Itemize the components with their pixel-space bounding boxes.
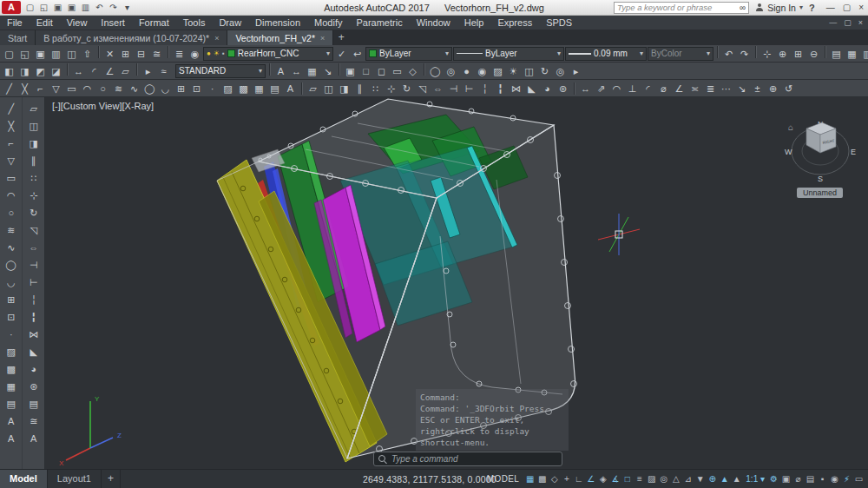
search-icon[interactable] xyxy=(378,455,387,464)
menu-spds[interactable]: SPDS xyxy=(539,16,579,30)
cut-icon[interactable]: ✕ xyxy=(102,46,117,61)
revision-cloud-icon[interactable]: ≋ xyxy=(3,221,18,238)
layer-properties-icon[interactable]: ≣ xyxy=(172,46,187,61)
break-at-point-icon[interactable]: ╎ xyxy=(26,290,41,307)
polygon-icon[interactable]: ▽ xyxy=(3,151,18,168)
object-snap-tracking-icon[interactable]: ∡ xyxy=(609,472,621,486)
materials-icon[interactable]: ▨ xyxy=(490,63,505,78)
layer-previous-icon[interactable]: ↩ xyxy=(350,46,365,61)
multileader-icon[interactable]: ↘ xyxy=(734,81,749,96)
visual-style-hidden-icon[interactable]: ◎ xyxy=(444,63,458,78)
dynamic-ucs-icon[interactable]: ⊿ xyxy=(682,472,694,486)
hatch-icon[interactable]: ▨ xyxy=(220,81,235,96)
steering-wheel-icon[interactable]: ◎ xyxy=(553,63,568,78)
chamfer-icon[interactable]: ◣ xyxy=(524,81,539,96)
extend-icon[interactable]: ⊢ xyxy=(462,81,477,96)
array-icon[interactable]: ∷ xyxy=(368,81,383,96)
radius-dimension-icon[interactable]: ◜ xyxy=(641,81,655,96)
insert-block-icon[interactable]: ⊞ xyxy=(3,290,18,307)
join-icon[interactable]: ⋈ xyxy=(26,325,41,342)
properties-icon[interactable]: ▤ xyxy=(26,394,41,412)
erase-icon[interactable]: ▱ xyxy=(306,81,320,96)
polyline-icon[interactable]: ⌐ xyxy=(3,134,18,151)
zoom-realtime-icon[interactable]: ⊕ xyxy=(775,46,790,61)
linear-dimension-icon[interactable]: ↔ xyxy=(578,81,593,96)
plot-icon[interactable]: ▥ xyxy=(49,46,63,61)
multiline-text-icon[interactable]: A xyxy=(283,81,298,96)
lineweight-icon[interactable]: ≡ xyxy=(634,472,645,486)
save-icon[interactable]: ▣ xyxy=(33,46,48,61)
redo-icon[interactable]: ↷ xyxy=(737,46,752,61)
trim-icon[interactable]: ⊣ xyxy=(26,255,41,273)
polar-tracking-icon[interactable]: ∠ xyxy=(585,472,596,486)
undo-icon[interactable]: ↶ xyxy=(721,46,736,61)
dimension-update-icon[interactable]: ↺ xyxy=(781,81,796,96)
text-icon[interactable]: A xyxy=(3,429,18,446)
aligned-dimension-icon[interactable]: ⇗ xyxy=(594,81,608,96)
trim-icon[interactable]: ⊣ xyxy=(446,81,461,96)
help-button[interactable]: ? xyxy=(809,3,815,13)
circle-icon[interactable]: ○ xyxy=(3,203,18,221)
object-snap-icon[interactable]: □ xyxy=(621,472,633,486)
layer-states-icon[interactable]: ◉ xyxy=(187,46,202,61)
mdi-minimize-button[interactable]: — xyxy=(829,18,837,27)
stretch-icon[interactable]: ⇔ xyxy=(26,238,41,255)
graphics-performance-icon[interactable]: ⚡ xyxy=(841,472,852,486)
pan-icon[interactable]: ⊹ xyxy=(760,46,774,61)
viewcube-ucs-label[interactable]: Unnamed xyxy=(797,188,843,198)
menu-help[interactable]: Help xyxy=(457,16,491,30)
quick-dimension-icon[interactable]: ≍ xyxy=(687,81,702,96)
point-icon[interactable]: · xyxy=(205,81,220,96)
close-tab-icon[interactable]: × xyxy=(320,34,325,43)
annotation-monitor-icon[interactable]: ▣ xyxy=(780,472,792,486)
qat-menu-icon[interactable]: ▾ xyxy=(121,1,134,14)
quick-properties-icon[interactable]: ▤ xyxy=(805,472,816,486)
copy-icon[interactable]: ◫ xyxy=(26,116,41,134)
ellipse-arc-icon[interactable]: ◡ xyxy=(158,81,173,96)
infer-constraints-icon[interactable]: ◇ xyxy=(549,472,560,486)
snap-mode-icon[interactable]: ▩ xyxy=(536,472,548,486)
qat-new-icon[interactable]: ▢ xyxy=(23,1,36,14)
maximize-button[interactable]: ▢ xyxy=(843,3,851,12)
break-at-point-icon[interactable]: ╎ xyxy=(477,81,492,96)
viewcube[interactable]: ⌂ N E S W RIGHT xyxy=(785,120,856,183)
extend-icon[interactable]: ⊢ xyxy=(26,273,41,290)
line-icon[interactable]: ╱ xyxy=(2,81,16,96)
measure-area-icon[interactable]: ▱ xyxy=(118,63,133,78)
clean-screen-icon[interactable]: ▭ xyxy=(853,472,865,486)
open-icon[interactable]: ◱ xyxy=(17,46,32,61)
draw-order-under-icon[interactable]: ◪ xyxy=(49,63,63,78)
autoscale-icon[interactable]: ▲ xyxy=(731,472,742,486)
ellipse-icon[interactable]: ◯ xyxy=(3,255,18,273)
ortho-mode-icon[interactable]: ∟ xyxy=(573,472,584,486)
stretch-icon[interactable]: ⇔ xyxy=(431,81,445,96)
circle-icon[interactable]: ○ xyxy=(95,81,110,96)
drawing-tab[interactable]: Start xyxy=(0,30,36,45)
new-drawing-tab-button[interactable]: + xyxy=(333,30,349,45)
view-right-icon[interactable]: ▭ xyxy=(390,63,404,78)
table-icon[interactable]: ▤ xyxy=(3,394,18,412)
measure-distance-icon[interactable]: ↔ xyxy=(71,63,86,78)
mirror-icon[interactable]: ◨ xyxy=(26,134,41,151)
ordinate-dimension-icon[interactable]: ⊥ xyxy=(625,81,640,96)
offset-icon[interactable]: ∥ xyxy=(26,151,41,168)
units-icon[interactable]: ⌀ xyxy=(792,472,804,486)
offset-icon[interactable]: ∥ xyxy=(352,81,367,96)
qat-open-icon[interactable]: ◱ xyxy=(37,1,50,14)
sign-in-menu[interactable]: Sign In ▾ xyxy=(755,3,803,13)
quick-select-icon[interactable]: ▸ xyxy=(141,63,155,78)
3d-object-snap-icon[interactable]: △ xyxy=(670,472,681,486)
break-icon[interactable]: ╏ xyxy=(26,307,41,325)
close-button[interactable]: × xyxy=(858,3,864,12)
viewcube-east-label[interactable]: E xyxy=(851,148,856,156)
qat-undo-icon[interactable]: ↶ xyxy=(93,1,106,14)
view-front-icon[interactable]: ◻ xyxy=(374,63,389,78)
color-combo[interactable]: ByLayer ▾ xyxy=(365,47,452,61)
qat-plot-icon[interactable]: ▥ xyxy=(79,1,92,14)
menu-format[interactable]: Format xyxy=(132,16,176,30)
isolate-objects-icon[interactable]: ◉ xyxy=(829,472,840,486)
search-binoculars-icon[interactable]: ∞ xyxy=(740,3,746,12)
create-block-icon[interactable]: ⊡ xyxy=(189,81,204,96)
diameter-dimension-icon[interactable]: ⌀ xyxy=(656,81,671,96)
selection-filtering-icon[interactable]: ▼ xyxy=(694,472,706,486)
